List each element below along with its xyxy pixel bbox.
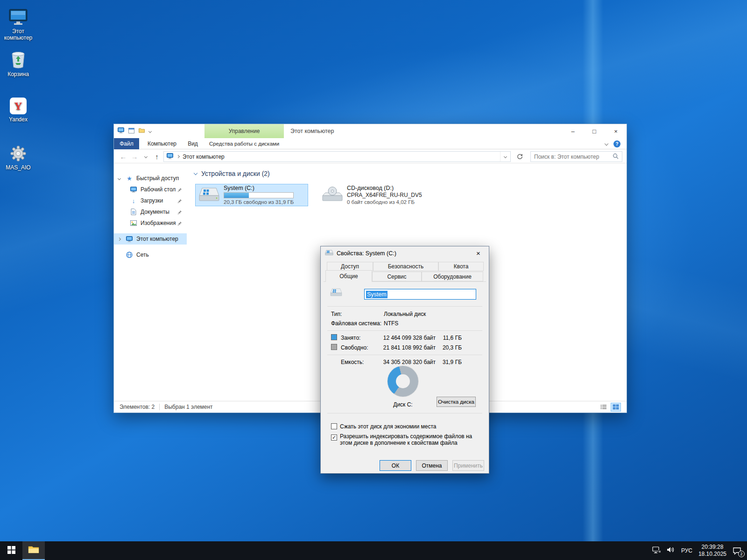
forward-button[interactable]: → [129, 150, 140, 163]
disk-usage-donut [388, 366, 418, 397]
donut-hole [396, 374, 410, 388]
address-bar[interactable]: Этот компьютер [163, 151, 511, 162]
dialog-titlebar[interactable]: Свойства: System (C:) [321, 246, 489, 260]
type-label: Тип: [331, 311, 342, 317]
sidebar-item-pictures[interactable]: Изображения [114, 217, 187, 229]
tab-drive-tools[interactable]: Средства работы с дисками [204, 138, 284, 149]
desktop-icon-recycle-bin[interactable]: Корзина [0, 49, 36, 77]
sidebar-item-documents[interactable]: Документы [114, 206, 187, 217]
action-center-button[interactable]: 2 [733, 547, 741, 555]
status-selection: Выбран 1 элемент [164, 404, 212, 410]
clock-time: 20:39:28 [698, 544, 726, 551]
close-button[interactable]: × [605, 124, 627, 138]
desktop-icon-this-pc[interactable]: Этот компьютер [0, 7, 36, 41]
recent-locations-chevron[interactable] [140, 150, 151, 163]
tab-access[interactable]: Доступ [327, 262, 373, 271]
tab-security[interactable]: Безопасность [373, 262, 438, 271]
yandex-icon: Y [0, 95, 36, 114]
drive-tile-system-c[interactable]: System (C:) 20,3 ГБ свободно из 31,9 ГБ [195, 184, 308, 206]
free-bytes: 21 841 108 992 байт [367, 344, 436, 351]
search-icon[interactable] [613, 153, 619, 161]
ok-button[interactable]: ОК [380, 460, 411, 471]
separator [327, 330, 482, 331]
tab-view[interactable]: Вид [182, 138, 204, 149]
group-header-label: Устройства и диски (2) [201, 170, 270, 177]
system-tray: РУС 20:39:28 18.10.2025 2 [652, 541, 747, 560]
breadcrumb-chevron[interactable] [176, 155, 180, 158]
tab-tools[interactable]: Сервис [372, 272, 422, 281]
refresh-icon[interactable] [514, 151, 526, 162]
capacity-bytes: 34 305 208 320 байт [367, 359, 436, 365]
contextual-tab-group[interactable]: Управление [204, 124, 284, 138]
expand-chevron-icon[interactable] [118, 176, 121, 180]
search-input[interactable]: Поиск в: Этот компьютер [530, 151, 622, 162]
tab-computer[interactable]: Компьютер [142, 138, 182, 149]
up-button[interactable]: ↑ [151, 150, 162, 163]
address-bar-row: ← → ↑ Этот компьютер Поиск в: Этот компь… [114, 150, 627, 163]
minimize-button[interactable]: – [562, 124, 584, 138]
volume-icon[interactable] [667, 546, 675, 555]
checkmark-icon: ✓ [332, 434, 336, 441]
sidebar-item-downloads[interactable]: ↓ Загрузки [114, 195, 187, 206]
drive-icon [325, 249, 333, 258]
cancel-button[interactable]: Отмена [416, 460, 448, 471]
capacity-size: 31,9 ГБ [435, 359, 462, 365]
index-checkbox-label[interactable]: Разрешить индексировать содержимое файло… [340, 434, 479, 446]
back-button[interactable]: ← [118, 150, 129, 163]
free-space-swatch [331, 344, 337, 350]
disk-cleanup-button[interactable]: Очистка диска [437, 397, 476, 407]
separator [327, 355, 482, 355]
compress-checkbox-label[interactable]: Сжать этот диск для экономии места [340, 423, 436, 430]
thumbnail-view-icon[interactable] [611, 403, 621, 412]
desktop-icon-label: Yandex [0, 116, 36, 123]
qat-new-folder-icon[interactable] [139, 128, 145, 134]
status-item-count: Элементов: 2 [120, 404, 155, 410]
view-toggle-group [597, 403, 621, 412]
taskbar-file-explorer-button[interactable] [22, 541, 45, 560]
drive-tile-cd-d[interactable]: CD-дисковод (D:) CPRA_X64FRE_RU-RU_DV5 0… [318, 184, 436, 206]
desktop[interactable]: Этот компьютер Корзина Y Yandex MAS_AIO [0, 0, 747, 560]
group-header-devices[interactable]: Устройства и диски (2) [194, 170, 627, 177]
qat-properties-icon[interactable] [128, 128, 134, 135]
tab-file[interactable]: Файл [114, 138, 139, 149]
taskbar: РУС 20:39:28 18.10.2025 2 [0, 541, 747, 560]
breadcrumb[interactable]: Этот компьютер [183, 154, 225, 160]
qat-customize-chevron[interactable] [148, 129, 152, 133]
compress-checkbox[interactable] [331, 423, 337, 429]
pin-icon [177, 221, 182, 227]
index-checkbox[interactable]: ✓ [331, 434, 337, 441]
sidebar-item-this-pc[interactable]: Этот компьютер [114, 233, 187, 245]
filesystem-value: NTFS [384, 320, 398, 327]
sidebar-item-label: Сеть [136, 252, 149, 258]
ribbon-expand-chevron[interactable] [605, 142, 608, 146]
desktop-icon-yandex[interactable]: Y Yandex [0, 95, 36, 123]
desktop-icon-label: Корзина [0, 71, 36, 77]
windows-logo-icon [7, 546, 15, 556]
taskbar-clock[interactable]: 20:39:28 18.10.2025 [698, 544, 726, 558]
language-indicator[interactable]: РУС [681, 547, 692, 554]
desktop-icon-mas-aio[interactable]: MAS_AIO [0, 143, 36, 171]
volume-name-input[interactable]: System [364, 289, 476, 300]
network-globe-icon [125, 252, 134, 258]
tab-quota[interactable]: Квота [438, 262, 484, 271]
start-button[interactable] [0, 541, 22, 560]
address-dropdown-chevron[interactable] [500, 152, 510, 161]
expand-chevron-icon[interactable] [118, 237, 121, 240]
sidebar-item-desktop[interactable]: Рабочий стол [114, 184, 187, 195]
help-icon[interactable]: ? [613, 140, 620, 147]
quick-access-toolbar [118, 124, 151, 138]
sidebar-item-quick-access[interactable]: ★ Быстрый доступ [114, 173, 187, 184]
network-icon[interactable] [652, 546, 661, 555]
sidebar-item-network[interactable]: Сеть [114, 249, 187, 260]
dialog-close-icon[interactable]: × [468, 246, 489, 260]
maximize-button[interactable]: □ [584, 124, 605, 138]
tab-hardware[interactable]: Оборудование [422, 272, 483, 281]
computer-icon [0, 7, 36, 26]
tab-general-active[interactable]: Общие [325, 270, 372, 282]
collapse-chevron-icon[interactable] [194, 171, 197, 175]
drive-properties-dialog: Свойства: System (C:) × Доступ Безопасно… [320, 246, 489, 474]
dialog-title: Свойства: System (C:) [337, 250, 396, 257]
details-view-icon[interactable] [599, 403, 609, 412]
free-size: 20,3 ГБ [435, 344, 462, 351]
explorer-titlebar[interactable]: Управление Этот компьютер – □ × [114, 124, 627, 138]
